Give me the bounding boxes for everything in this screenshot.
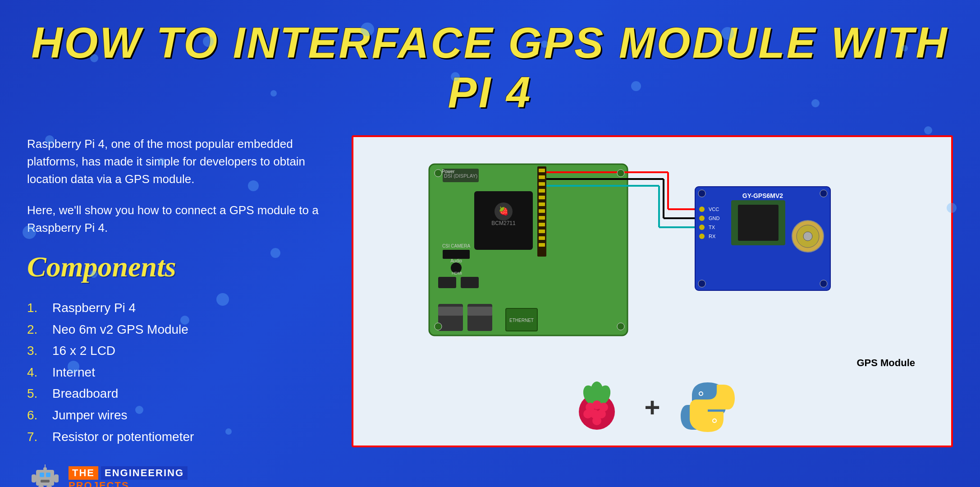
svg-text:RX: RX: [709, 234, 716, 239]
svg-text:GY-GPS6MV2: GY-GPS6MV2: [742, 192, 783, 199]
svg-point-92: [713, 419, 716, 422]
svg-rect-1: [40, 473, 44, 477]
svg-text:🍓: 🍓: [499, 206, 509, 216]
svg-point-60: [699, 216, 705, 221]
list-item: 1. Raspberry Pi 4: [27, 297, 334, 319]
right-panel: DSI (DISPLAY): [352, 135, 953, 487]
svg-rect-34: [467, 307, 492, 316]
gps-label-container: GPS Module: [362, 354, 942, 369]
component-name: Breadboard: [52, 383, 118, 404]
svg-rect-7: [54, 474, 59, 482]
list-number: 4.: [27, 362, 45, 383]
logo-projects-label: PROJECTS: [69, 480, 129, 487]
component-name: 16 x 2 LCD: [52, 340, 115, 362]
svg-rect-33: [438, 307, 463, 316]
svg-rect-18: [539, 189, 545, 193]
svg-rect-0: [36, 470, 54, 486]
list-number: 6.: [27, 404, 45, 426]
svg-text:HDMI: HDMI: [452, 271, 462, 276]
svg-rect-20: [539, 202, 545, 206]
svg-rect-2: [46, 473, 50, 477]
svg-point-62: [699, 234, 705, 239]
left-panel: Raspberry Pi 4, one of the most popular …: [27, 135, 334, 487]
components-heading: Components: [27, 250, 334, 284]
circuit-diagram-svg: DSI (DISPLAY): [416, 146, 889, 349]
svg-text:USB 2×    USB 2×: USB 2× USB 2×: [449, 335, 485, 341]
svg-rect-15: [539, 169, 545, 172]
svg-point-77: [617, 323, 624, 330]
svg-text:Power: Power: [442, 169, 455, 174]
logo-text: THE ENGINEERING PROJECTS: [69, 466, 188, 487]
logo-engineering-label: ENGINEERING: [101, 466, 188, 480]
robot-logo-icon: [27, 461, 63, 487]
svg-rect-6: [32, 474, 36, 482]
svg-rect-3: [41, 480, 50, 482]
svg-text:CSI CAMERA: CSI CAMERA: [442, 244, 471, 248]
svg-rect-58: [738, 205, 779, 241]
list-item: 6. Jumper wires: [27, 404, 334, 426]
svg-rect-25: [539, 236, 545, 240]
python-logo-icon: [678, 378, 737, 436]
content-area: Raspberry Pi 4, one of the most popular …: [0, 126, 980, 487]
svg-point-59: [699, 207, 705, 212]
list-item: 4. Internet: [27, 362, 334, 383]
svg-rect-40: [443, 250, 470, 259]
svg-point-75: [617, 170, 624, 177]
components-list: 1. Raspberry Pi 4 2. Neo 6m v2 GPS Modul…: [27, 297, 334, 447]
component-name: Internet: [52, 362, 95, 383]
svg-rect-22: [539, 216, 545, 220]
svg-rect-17: [539, 182, 545, 186]
list-number: 2.: [27, 319, 45, 340]
svg-point-72: [698, 280, 705, 287]
plus-sign-icon: +: [644, 392, 660, 423]
gps-module-label: GPS Module: [856, 357, 915, 369]
svg-rect-21: [539, 209, 545, 213]
svg-point-70: [698, 190, 705, 197]
list-number: 5.: [27, 383, 45, 404]
component-name: Jumper wires: [52, 404, 127, 426]
svg-rect-26: [539, 243, 545, 247]
svg-text:Audio: Audio: [450, 258, 462, 263]
raspberry-pi-logo-icon: [568, 378, 626, 436]
svg-rect-24: [539, 230, 545, 233]
main-title: HOW TO INTERFACE GPS MODULE WITH PI 4: [27, 18, 953, 117]
svg-text:VCC: VCC: [709, 207, 719, 212]
svg-rect-37: [461, 277, 479, 288]
list-number: 1.: [27, 297, 45, 319]
list-item: 2. Neo 6m v2 GPS Module: [27, 319, 334, 340]
intro-text-2: Here, we'll show you how to connect a GP…: [27, 202, 334, 237]
list-item: 5. Breadboard: [27, 383, 334, 404]
intro-text-1: Raspberry Pi 4, one of the most popular …: [27, 135, 334, 188]
svg-point-73: [820, 280, 827, 287]
list-item: 7. Resistor or potentiometer: [27, 426, 334, 448]
svg-rect-19: [539, 196, 545, 199]
svg-point-74: [435, 170, 442, 177]
title-section: HOW TO INTERFACE GPS MODULE WITH PI 4: [0, 0, 980, 126]
list-item: 3. 16 x 2 LCD: [27, 340, 334, 362]
logos-row: +: [568, 378, 737, 436]
component-name: Raspberry Pi 4: [52, 297, 136, 319]
svg-rect-4: [43, 467, 47, 471]
component-name: Resistor or potentiometer: [52, 426, 194, 448]
svg-text:TX: TX: [709, 225, 715, 230]
svg-text:BCM2711: BCM2711: [491, 220, 516, 226]
svg-point-71: [820, 190, 827, 197]
svg-rect-16: [539, 175, 545, 179]
svg-rect-5: [45, 464, 46, 467]
svg-point-61: [699, 225, 705, 230]
component-name: Neo 6m v2 GPS Module: [52, 319, 188, 340]
list-number: 7.: [27, 426, 45, 448]
circuit-diagram-container: DSI (DISPLAY): [362, 146, 942, 349]
svg-point-76: [435, 323, 442, 330]
svg-point-69: [803, 232, 812, 241]
svg-point-88: [592, 416, 601, 425]
svg-rect-36: [438, 277, 456, 288]
logo-section: THE ENGINEERING PROJECTS: [27, 461, 334, 487]
svg-text:GND: GND: [709, 216, 720, 221]
list-number: 3.: [27, 340, 45, 362]
svg-rect-23: [539, 223, 545, 226]
background: HOW TO INTERFACE GPS MODULE WITH PI 4 Ra…: [0, 0, 980, 487]
image-panel: DSI (DISPLAY): [352, 135, 953, 447]
logo-the-label: THE: [69, 466, 98, 480]
svg-point-90: [700, 392, 702, 395]
